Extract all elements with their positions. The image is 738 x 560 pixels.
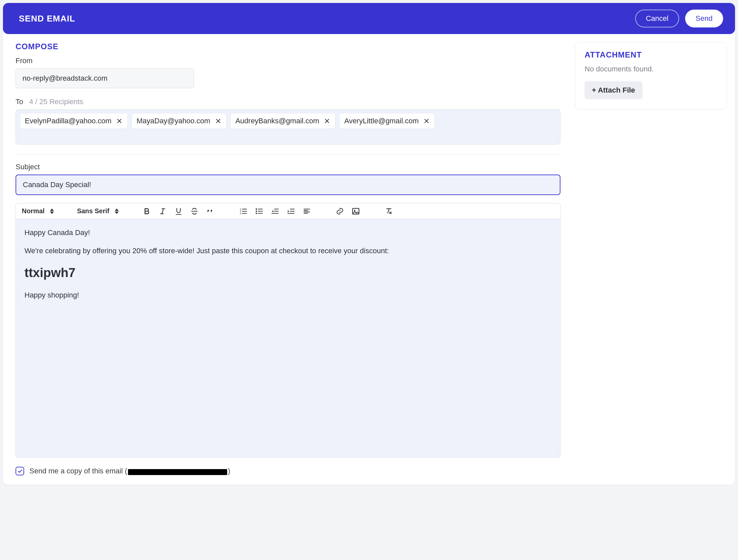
recipient-chip: AudreyBanks@gmail.com [231, 113, 335, 129]
recipient-email: MayaDay@yahoo.com [136, 117, 210, 125]
from-input[interactable] [16, 68, 194, 88]
editor-content[interactable]: Happy Canada Day! We're celebrating by o… [16, 219, 560, 457]
attach-file-button[interactable]: + Attach File [585, 81, 643, 99]
recipient-email: AudreyBanks@gmail.com [236, 117, 319, 125]
font-family-value: Sans Serif [77, 207, 109, 215]
recipient-chip: AveryLittle@gmail.com [339, 113, 435, 129]
recipient-email: EvelynPadilla@yahoo.com [25, 117, 111, 125]
paragraph-style-value: Normal [22, 207, 45, 215]
send-button[interactable]: Send [685, 10, 723, 27]
remove-recipient-icon[interactable] [324, 118, 330, 124]
outdent-button[interactable] [270, 206, 280, 216]
link-button[interactable] [335, 206, 345, 216]
blockquote-button[interactable] [205, 206, 215, 216]
svg-point-3 [256, 208, 257, 209]
modal-header: SEND EMAIL Cancel Send [3, 3, 735, 34]
compose-heading: COMPOSE [16, 42, 561, 51]
subject-label: Subject [16, 163, 561, 171]
cancel-button[interactable]: Cancel [635, 10, 679, 27]
image-button[interactable] [351, 206, 361, 216]
indent-button[interactable] [286, 206, 296, 216]
send-email-modal: SEND EMAIL Cancel Send COMPOSE From To 4… [3, 3, 735, 485]
send-copy-row: Send me a copy of this email ( ) [16, 467, 561, 475]
check-icon [17, 468, 23, 474]
italic-button[interactable] [158, 206, 167, 216]
svg-point-7 [354, 209, 355, 211]
modal-body: COMPOSE From To 4 / 25 Recipients Evelyn… [3, 34, 735, 485]
ordered-list-button[interactable]: 123 [239, 206, 248, 216]
recipients-count: 4 / 25 Recipients [29, 97, 83, 106]
align-button[interactable] [302, 206, 312, 216]
recipients-input[interactable]: EvelynPadilla@yahoo.com MayaDay@yahoo.co… [16, 109, 561, 144]
bullet-list-button[interactable] [254, 206, 264, 216]
body-line: Happy shopping! [24, 290, 551, 301]
recipient-chip: MayaDay@yahoo.com [131, 113, 227, 129]
attachment-empty-text: No documents found. [585, 65, 718, 73]
subject-input[interactable] [16, 174, 561, 195]
coupon-code: ttxipwh7 [24, 263, 551, 282]
underline-button[interactable] [173, 206, 183, 216]
attachment-heading: ATTACHMENT [585, 50, 718, 59]
bold-button[interactable] [142, 206, 152, 216]
divider [16, 154, 561, 155]
remove-recipient-icon[interactable] [116, 118, 123, 124]
paragraph-style-select[interactable]: Normal [22, 206, 54, 216]
svg-point-4 [256, 210, 257, 211]
attachment-panel: ATTACHMENT No documents found. + Attach … [575, 42, 727, 109]
strikethrough-button[interactable] [190, 206, 200, 216]
remove-recipient-icon[interactable] [423, 118, 430, 124]
body-line: We're celebrating by offering you 20% of… [24, 245, 551, 256]
remove-recipient-icon[interactable] [215, 118, 222, 124]
redacted-email [128, 469, 227, 475]
svg-point-5 [256, 212, 257, 214]
editor-toolbar: Normal Sans Serif [16, 203, 560, 219]
modal-title: SEND EMAIL [19, 14, 75, 24]
to-label-row: To 4 / 25 Recipients [16, 97, 561, 106]
from-label: From [16, 56, 561, 65]
clear-formatting-button[interactable] [384, 206, 394, 216]
font-family-select[interactable]: Sans Serif [77, 206, 119, 216]
header-actions: Cancel Send [635, 10, 723, 27]
to-label: To [16, 97, 23, 106]
recipient-email: AveryLittle@gmail.com [344, 117, 419, 125]
rich-text-editor: Normal Sans Serif [16, 203, 561, 458]
updown-icon [115, 208, 119, 214]
body-line: Happy Canada Day! [24, 227, 551, 238]
send-copy-label: Send me a copy of this email ( ) [29, 467, 230, 475]
send-copy-checkbox[interactable] [16, 467, 24, 475]
svg-text:3: 3 [240, 211, 241, 214]
compose-panel: COMPOSE From To 4 / 25 Recipients Evelyn… [11, 42, 563, 475]
recipient-chip: EvelynPadilla@yahoo.com [20, 113, 128, 129]
updown-icon [50, 208, 54, 214]
